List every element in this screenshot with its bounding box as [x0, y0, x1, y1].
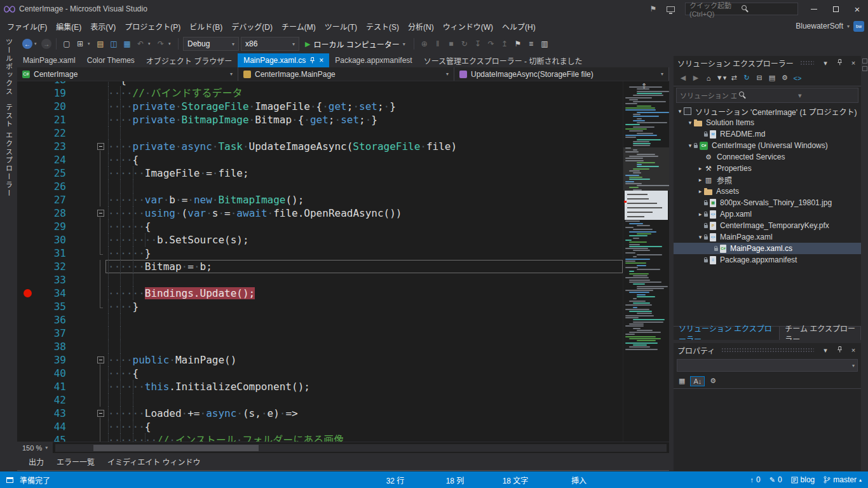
code-text[interactable]: ······{ — [105, 420, 623, 433]
navigate-backward-dropdown-icon[interactable]: ▾ — [34, 41, 39, 46]
breakpoint-margin[interactable] — [17, 287, 38, 300]
outlining-margin[interactable] — [95, 393, 105, 407]
open-file-icon[interactable]: ▤ — [95, 39, 106, 48]
menu-item-7[interactable]: ツール(T) — [320, 18, 362, 34]
outlining-margin[interactable] — [95, 327, 105, 340]
search-options-icon[interactable]: ▾ — [798, 92, 855, 100]
code-text[interactable]: ··{ — [105, 81, 623, 86]
outlining-margin[interactable] — [95, 367, 105, 380]
tool-strip-tab-1[interactable]: テスト エクスプローラー — [4, 104, 14, 198]
selected-object-select[interactable]: ▾ — [677, 359, 858, 372]
breakpoint-margin[interactable] — [17, 313, 38, 327]
collapse-region-icon[interactable] — [97, 410, 104, 417]
menu-item-11[interactable]: ヘルプ(H) — [498, 18, 540, 34]
breakpoint-margin[interactable] — [17, 113, 38, 126]
outgoing-commits-button[interactable]: ↑ 0 — [750, 475, 761, 484]
breakpoint-margin[interactable] — [17, 86, 38, 100]
stop-debugging-icon[interactable]: ■ — [445, 39, 457, 48]
redo-icon[interactable]: ↷ — [155, 39, 166, 48]
outlining-margin[interactable] — [95, 180, 105, 193]
breakpoint-margin[interactable] — [17, 353, 38, 367]
code-text[interactable]: ······using·(var·s·=·await·file.OpenRead… — [105, 207, 623, 220]
doc-tab-1[interactable]: Color Themes — [81, 53, 140, 67]
explorer-tab-1[interactable]: チーム エクスプローラー — [780, 327, 861, 340]
code-text[interactable]: ····//·バインドするデータ — [105, 86, 623, 100]
panel-splitter[interactable] — [669, 53, 674, 471]
code-text[interactable]: ······{ — [105, 220, 623, 233]
menu-item-1[interactable]: 編集(E) — [51, 18, 86, 34]
code-text[interactable]: ········//·インストール·フォルダーにある画像 — [105, 433, 623, 442]
breakpoint-margin[interactable] — [17, 166, 38, 180]
notifications-flag-icon[interactable]: ⚑ — [645, 4, 661, 13]
code-text[interactable] — [105, 327, 623, 340]
edge-icon-2[interactable] — [862, 66, 867, 71]
refresh-icon[interactable]: ↻ — [741, 74, 752, 82]
undo-icon[interactable]: ↶ — [135, 39, 146, 48]
explorer-tab-0[interactable]: ソリューション エクスプローラー — [674, 327, 780, 340]
drag-grip[interactable] — [800, 60, 814, 65]
breakpoint-margin[interactable] — [17, 193, 38, 207]
code-text[interactable]: ······this.InitializeComponent(); — [105, 380, 623, 393]
breakpoint-icon[interactable] — [24, 289, 32, 297]
breakpoint-margin[interactable] — [17, 247, 38, 260]
breakpoint-margin[interactable] — [17, 260, 38, 273]
step-into-icon[interactable]: ↧ — [472, 39, 484, 48]
new-project-icon[interactable]: ▢ — [61, 39, 72, 48]
code-text[interactable]: ······Bindings.Update(); — [105, 287, 623, 300]
code-editor[interactable]: 18··{19····//·バインドするデータ20····private·Sto… — [17, 81, 623, 442]
pending-changes-filter-icon[interactable]: ▼▾ — [715, 74, 727, 82]
tree-item-8[interactable]: ▦800px-Servals_Thoiry_19801.jpg — [674, 197, 861, 208]
doc-tab-5[interactable]: ソース管理エクスプローラー - 切断されました — [418, 53, 588, 67]
code-text[interactable]: ····private·StorageFile·ImageFile·{·get;… — [105, 100, 623, 113]
outlining-margin[interactable] — [95, 100, 105, 113]
menu-item-10[interactable]: ウィンドウ(W) — [438, 18, 498, 34]
window-menu-icon[interactable]: ▾ — [820, 59, 831, 67]
doc-tab-0[interactable]: MainPage.xaml — [17, 53, 81, 67]
minimap-viewport[interactable] — [623, 147, 669, 191]
attach-to-process-icon[interactable]: ⊕ — [419, 39, 430, 48]
outlining-margin[interactable] — [95, 300, 105, 313]
tree-item-2[interactable]: MREADME.md — [674, 128, 861, 140]
redo-dropdown-icon[interactable]: ▾ — [168, 41, 173, 46]
outlining-margin[interactable] — [95, 220, 105, 233]
chevron-expanded-icon[interactable]: ▾ — [696, 234, 704, 240]
tree-item-4[interactable]: ⚙Connected Services — [674, 151, 861, 163]
save-all-icon[interactable]: ▦ — [121, 39, 133, 48]
outlining-margin[interactable] — [95, 113, 105, 126]
tree-item-6[interactable]: ▸▥参照 — [674, 174, 861, 186]
close-icon[interactable]: × — [848, 346, 858, 354]
project-dropdown[interactable]: C# CenterImage▾ — [17, 67, 238, 81]
code-text[interactable]: ····private·BitmapImage·Bitmap·{·get;·se… — [105, 113, 623, 126]
outlining-margin[interactable] — [95, 140, 105, 153]
solution-explorer-search-input[interactable]: ソリューション エクスプローラー の検索 (Ctrl+;) ▾ — [676, 88, 858, 103]
view-code-icon[interactable]: <> — [792, 74, 803, 82]
outlining-margin[interactable] — [95, 340, 105, 353]
tree-item-12[interactable]: C#MainPage.xaml.cs — [674, 243, 861, 254]
outlining-margin[interactable] — [95, 420, 105, 433]
doc-tab-2[interactable]: オブジェクト ブラウザー — [140, 53, 238, 67]
tree-item-13[interactable]: ≡Package.appxmanifest — [674, 254, 861, 266]
doc-tab-3[interactable]: MainPage.xaml.cs× — [238, 53, 329, 67]
outlining-margin[interactable] — [95, 313, 105, 327]
menu-item-9[interactable]: 分析(N) — [403, 18, 438, 34]
quick-launch-input[interactable]: クイック起動 (Ctrl+Q) — [685, 3, 798, 15]
chevron-expanded-icon[interactable]: ▾ — [676, 108, 684, 114]
breakpoint-margin[interactable] — [17, 393, 38, 407]
outlining-margin[interactable] — [95, 207, 105, 220]
breakpoint-margin[interactable] — [17, 327, 38, 340]
code-text[interactable]: ····{ — [105, 367, 623, 380]
tree-item-0[interactable]: ▾ソリューション 'CenterImage' (1 プロジェクト) — [674, 105, 861, 117]
breakpoint-margin[interactable] — [17, 126, 38, 140]
menu-item-3[interactable]: プロジェクト(P) — [120, 18, 185, 34]
forward-icon[interactable]: ▶ — [690, 74, 702, 82]
breakpoint-margin[interactable] — [17, 420, 38, 433]
code-text[interactable] — [105, 180, 623, 193]
bottom-tab-0[interactable]: 出力 — [22, 456, 50, 467]
outlining-margin[interactable] — [95, 153, 105, 166]
code-text[interactable]: ······var·b·=·new·BitmapImage(); — [105, 193, 623, 207]
tool-strip-tab-0[interactable]: ツールボックス — [4, 38, 14, 96]
menu-item-6[interactable]: チーム(M) — [277, 18, 320, 34]
chevron-collapsed-icon[interactable]: ▸ — [696, 188, 704, 194]
chevron-collapsed-icon[interactable]: ▸ — [696, 211, 704, 217]
menu-item-5[interactable]: デバッグ(D) — [227, 18, 277, 34]
